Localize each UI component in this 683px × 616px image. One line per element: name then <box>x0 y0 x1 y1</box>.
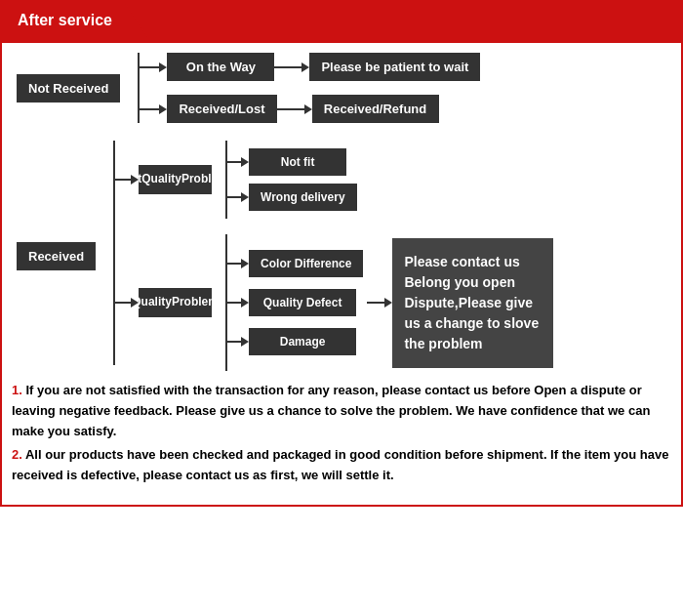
point2-num: 2. <box>12 447 22 462</box>
arrow-wd <box>227 192 249 202</box>
footer-point2: 2. All our products have been checked an… <box>12 445 671 486</box>
color-diff-node: Color Difference <box>249 250 363 277</box>
branch-on-the-way: On the Way Please be patient to wait <box>140 53 480 81</box>
arrow-dm <box>227 337 249 347</box>
arrow-to-contact <box>367 298 392 308</box>
received-lost-node: Received/Lost <box>167 95 276 123</box>
quality-problem-branch: Quality Problem Color Di <box>115 234 553 371</box>
arrow-cd <box>227 259 249 268</box>
not-received-section: Not Received On the Way Please be patien… <box>12 53 671 123</box>
quality-problem-node: Quality Problem <box>139 288 212 317</box>
arrow-nf <box>227 157 249 167</box>
point1-num: 1. <box>12 383 22 397</box>
arrow-1 <box>140 62 167 72</box>
not-quality-problem-node: Not Quality Problem <box>139 165 212 194</box>
arrow-qd <box>227 298 249 308</box>
received-bracket <box>96 141 115 365</box>
arrow-p1 <box>115 175 139 185</box>
qp-bracket <box>212 234 227 371</box>
wrong-delivery-node: Wrong delivery <box>249 184 356 211</box>
point2-text: All our products have been checked and p… <box>12 447 668 482</box>
arrow-p2 <box>115 298 139 308</box>
received-refund-node: Received/Refund <box>312 95 439 123</box>
not-quality-problem-branch: Not Quality Problem Not f <box>115 141 553 219</box>
quality-defect-branch: Quality Defect <box>227 289 363 316</box>
not-fit-node: Not fit <box>249 148 346 176</box>
quality-defect-node: Quality Defect <box>249 289 356 316</box>
contact-box: Please contact us Belong you open Disput… <box>392 238 553 368</box>
nqp-sub-branches: Not fit Wrong delivery <box>227 148 356 211</box>
damage-node: Damage <box>249 328 356 355</box>
nr-bracket <box>120 53 140 123</box>
not-fit-branch: Not fit <box>227 148 356 176</box>
footer-text: 1. If you are not satisfied with the tra… <box>12 371 671 495</box>
received-node: Received <box>17 242 96 270</box>
on-the-way-node: On the Way <box>167 53 274 81</box>
color-diff-branch: Color Difference <box>227 250 363 277</box>
nr-branches: On the Way Please be patient to wait Rec… <box>140 53 480 123</box>
qp-sub-branches: Color Difference Quality Defect <box>227 250 363 355</box>
wrong-delivery-branch: Wrong delivery <box>227 184 356 211</box>
branch-received-lost: Received/Lost Received/Refund <box>140 95 480 123</box>
problem-branches: Not Quality Problem Not f <box>115 141 553 371</box>
damage-branch: Damage <box>227 328 363 355</box>
arrow-2 <box>140 104 167 114</box>
main-content: Not Received On the Way Please be patien… <box>0 41 683 507</box>
header-title: After service <box>0 4 147 37</box>
not-received-node: Not Received <box>17 74 120 103</box>
nqp-bracket <box>212 141 227 219</box>
footer-point1: 1. If you are not satisfied with the tra… <box>12 381 671 441</box>
header-bar: After service <box>0 0 683 41</box>
arrow-2b <box>277 104 312 114</box>
patient-wait-node: Please be patient to wait <box>309 53 480 81</box>
received-section: Received Not Quality Problem <box>12 141 671 371</box>
point1-text: If you are not satisfied with the transa… <box>12 383 650 438</box>
arrow-1b <box>274 62 309 72</box>
